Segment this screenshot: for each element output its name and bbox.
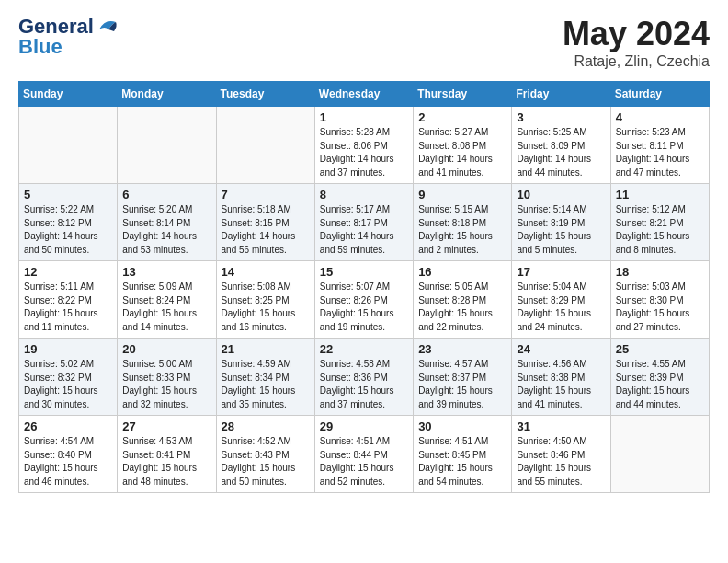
day-info: Sunrise: 5:03 AM Sunset: 8:30 PM Dayligh… xyxy=(616,281,704,334)
calendar-cell: 21Sunrise: 4:59 AM Sunset: 8:34 PM Dayli… xyxy=(216,339,314,416)
calendar-cell: 22Sunrise: 4:58 AM Sunset: 8:36 PM Dayli… xyxy=(314,339,413,416)
main-title: May 2024 xyxy=(563,15,710,53)
day-info: Sunrise: 5:04 AM Sunset: 8:29 PM Dayligh… xyxy=(517,281,605,334)
calendar-cell: 12Sunrise: 5:11 AM Sunset: 8:22 PM Dayli… xyxy=(19,261,118,339)
day-number: 20 xyxy=(122,342,210,356)
calendar-cell: 18Sunrise: 5:03 AM Sunset: 8:30 PM Dayli… xyxy=(610,261,709,339)
day-info: Sunrise: 5:00 AM Sunset: 8:33 PM Dayligh… xyxy=(122,358,210,411)
day-info: Sunrise: 4:55 AM Sunset: 8:39 PM Dayligh… xyxy=(616,358,704,411)
day-number: 8 xyxy=(320,188,408,201)
day-info: Sunrise: 4:50 AM Sunset: 8:46 PM Dayligh… xyxy=(517,435,605,488)
calendar-cell: 3Sunrise: 5:25 AM Sunset: 8:09 PM Daylig… xyxy=(512,107,610,184)
subtitle: Rataje, Zlin, Czechia xyxy=(563,53,710,70)
calendar-cell: 25Sunrise: 4:55 AM Sunset: 8:39 PM Dayli… xyxy=(610,339,709,416)
calendar-week-row: 12Sunrise: 5:11 AM Sunset: 8:22 PM Dayli… xyxy=(19,261,710,339)
day-number: 25 xyxy=(616,342,704,356)
day-number: 21 xyxy=(222,342,310,356)
calendar-cell xyxy=(19,107,118,184)
day-info: Sunrise: 5:28 AM Sunset: 8:06 PM Dayligh… xyxy=(320,126,408,179)
calendar-cell: 9Sunrise: 5:15 AM Sunset: 8:18 PM Daylig… xyxy=(414,184,512,261)
calendar-body: 1Sunrise: 5:28 AM Sunset: 8:06 PM Daylig… xyxy=(19,107,710,493)
calendar-cell: 7Sunrise: 5:18 AM Sunset: 8:15 PM Daylig… xyxy=(216,184,314,261)
calendar-week-row: 5Sunrise: 5:22 AM Sunset: 8:12 PM Daylig… xyxy=(19,184,710,261)
calendar-cell: 11Sunrise: 5:12 AM Sunset: 8:21 PM Dayli… xyxy=(610,184,709,261)
day-info: Sunrise: 5:27 AM Sunset: 8:08 PM Dayligh… xyxy=(418,126,506,179)
day-info: Sunrise: 5:05 AM Sunset: 8:28 PM Dayligh… xyxy=(418,281,506,334)
title-area: May 2024 Rataje, Zlin, Czechia xyxy=(563,15,710,70)
header-row: Sunday Monday Tuesday Wednesday Thursday… xyxy=(19,82,710,107)
day-info: Sunrise: 5:22 AM Sunset: 8:12 PM Dayligh… xyxy=(24,203,112,257)
day-number: 31 xyxy=(517,419,605,433)
day-number: 22 xyxy=(320,342,408,356)
calendar-cell: 31Sunrise: 4:50 AM Sunset: 8:46 PM Dayli… xyxy=(512,416,610,493)
day-number: 11 xyxy=(616,188,704,201)
calendar-cell: 2Sunrise: 5:27 AM Sunset: 8:08 PM Daylig… xyxy=(414,107,512,184)
calendar-cell: 14Sunrise: 5:08 AM Sunset: 8:25 PM Dayli… xyxy=(216,261,314,339)
day-info: Sunrise: 5:25 AM Sunset: 8:09 PM Dayligh… xyxy=(517,126,605,179)
day-number: 13 xyxy=(122,265,210,279)
col-sunday: Sunday xyxy=(19,82,118,107)
day-number: 26 xyxy=(24,419,112,433)
logo-bird-icon xyxy=(96,17,121,37)
day-info: Sunrise: 5:11 AM Sunset: 8:22 PM Dayligh… xyxy=(24,281,112,334)
calendar-cell: 19Sunrise: 5:02 AM Sunset: 8:32 PM Dayli… xyxy=(19,339,118,416)
day-info: Sunrise: 5:20 AM Sunset: 8:14 PM Dayligh… xyxy=(122,203,210,257)
calendar-cell xyxy=(610,416,709,493)
day-number: 10 xyxy=(517,188,605,201)
day-number: 17 xyxy=(517,265,605,279)
calendar-cell: 5Sunrise: 5:22 AM Sunset: 8:12 PM Daylig… xyxy=(19,184,118,261)
page: General Blue May 2024 Rataje, Zlin, Czec… xyxy=(0,0,728,508)
calendar-cell: 23Sunrise: 4:57 AM Sunset: 8:37 PM Dayli… xyxy=(414,339,512,416)
day-info: Sunrise: 4:57 AM Sunset: 8:37 PM Dayligh… xyxy=(418,358,506,411)
calendar-week-row: 26Sunrise: 4:54 AM Sunset: 8:40 PM Dayli… xyxy=(19,416,710,493)
col-saturday: Saturday xyxy=(610,82,709,107)
calendar-cell: 6Sunrise: 5:20 AM Sunset: 8:14 PM Daylig… xyxy=(118,184,216,261)
day-info: Sunrise: 5:09 AM Sunset: 8:24 PM Dayligh… xyxy=(122,281,210,334)
col-thursday: Thursday xyxy=(414,82,512,107)
day-number: 15 xyxy=(320,265,408,279)
day-number: 4 xyxy=(616,110,704,124)
calendar-cell: 4Sunrise: 5:23 AM Sunset: 8:11 PM Daylig… xyxy=(610,107,709,184)
day-info: Sunrise: 5:07 AM Sunset: 8:26 PM Dayligh… xyxy=(320,281,408,334)
calendar-cell: 17Sunrise: 5:04 AM Sunset: 8:29 PM Dayli… xyxy=(512,261,610,339)
col-monday: Monday xyxy=(118,82,216,107)
day-info: Sunrise: 4:51 AM Sunset: 8:45 PM Dayligh… xyxy=(418,435,506,488)
calendar-cell: 29Sunrise: 4:51 AM Sunset: 8:44 PM Dayli… xyxy=(314,416,413,493)
calendar-cell xyxy=(118,107,216,184)
day-info: Sunrise: 5:18 AM Sunset: 8:15 PM Dayligh… xyxy=(222,203,310,257)
day-info: Sunrise: 5:17 AM Sunset: 8:17 PM Dayligh… xyxy=(320,203,408,257)
calendar-cell: 10Sunrise: 5:14 AM Sunset: 8:19 PM Dayli… xyxy=(512,184,610,261)
day-info: Sunrise: 4:51 AM Sunset: 8:44 PM Dayligh… xyxy=(320,435,408,488)
calendar-cell: 28Sunrise: 4:52 AM Sunset: 8:43 PM Dayli… xyxy=(216,416,314,493)
col-tuesday: Tuesday xyxy=(216,82,314,107)
logo: General Blue xyxy=(18,15,121,59)
day-info: Sunrise: 4:53 AM Sunset: 8:41 PM Dayligh… xyxy=(122,435,210,488)
col-friday: Friday xyxy=(512,82,610,107)
calendar-header: Sunday Monday Tuesday Wednesday Thursday… xyxy=(19,82,710,107)
day-number: 1 xyxy=(320,110,408,124)
day-number: 5 xyxy=(24,188,112,201)
day-number: 24 xyxy=(517,342,605,356)
calendar-cell: 30Sunrise: 4:51 AM Sunset: 8:45 PM Dayli… xyxy=(414,416,512,493)
calendar-cell: 27Sunrise: 4:53 AM Sunset: 8:41 PM Dayli… xyxy=(118,416,216,493)
calendar-cell: 1Sunrise: 5:28 AM Sunset: 8:06 PM Daylig… xyxy=(314,107,413,184)
calendar-cell: 26Sunrise: 4:54 AM Sunset: 8:40 PM Dayli… xyxy=(19,416,118,493)
day-number: 27 xyxy=(122,419,210,433)
day-info: Sunrise: 5:02 AM Sunset: 8:32 PM Dayligh… xyxy=(24,358,112,411)
day-info: Sunrise: 4:58 AM Sunset: 8:36 PM Dayligh… xyxy=(320,358,408,411)
day-number: 12 xyxy=(24,265,112,279)
day-number: 2 xyxy=(418,110,506,124)
day-number: 19 xyxy=(24,342,112,356)
calendar-week-row: 19Sunrise: 5:02 AM Sunset: 8:32 PM Dayli… xyxy=(19,339,710,416)
calendar-cell xyxy=(216,107,314,184)
day-info: Sunrise: 4:59 AM Sunset: 8:34 PM Dayligh… xyxy=(222,358,310,411)
day-info: Sunrise: 5:23 AM Sunset: 8:11 PM Dayligh… xyxy=(616,126,704,179)
day-info: Sunrise: 4:52 AM Sunset: 8:43 PM Dayligh… xyxy=(222,435,310,488)
day-info: Sunrise: 5:08 AM Sunset: 8:25 PM Dayligh… xyxy=(222,281,310,334)
day-number: 23 xyxy=(418,342,506,356)
col-wednesday: Wednesday xyxy=(314,82,413,107)
day-number: 3 xyxy=(517,110,605,124)
day-number: 30 xyxy=(418,419,506,433)
calendar-cell: 15Sunrise: 5:07 AM Sunset: 8:26 PM Dayli… xyxy=(314,261,413,339)
day-number: 6 xyxy=(122,188,210,201)
